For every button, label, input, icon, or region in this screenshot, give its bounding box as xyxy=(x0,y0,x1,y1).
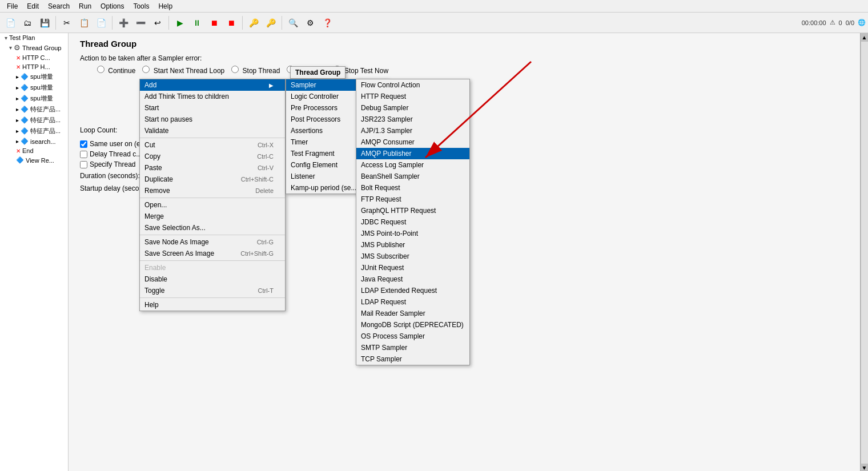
sampler-ldap-ext[interactable]: LDAP Extended Request xyxy=(356,285,469,296)
sampler-debug[interactable]: Debug Sampler xyxy=(356,102,469,114)
toolbar-open[interactable]: 🗂 xyxy=(19,15,35,31)
toolbar-undo[interactable]: ↩ xyxy=(150,15,166,31)
specify-thread-checkbox[interactable] xyxy=(80,161,87,168)
sampler-amqp-publisher[interactable]: AMQP Publisher xyxy=(356,148,469,159)
sampler-jms-subscriber[interactable]: JMS Subscriber xyxy=(356,251,469,262)
sampler-jms-p2p[interactable]: JMS Point-to-Point xyxy=(356,228,469,239)
radio-continue[interactable] xyxy=(97,66,105,73)
toolbar-add[interactable]: ➕ xyxy=(115,15,131,31)
sampler-flow-control[interactable]: Flow Control Action xyxy=(356,79,469,91)
menu-item-save-node[interactable]: Save Node As Image Ctrl-G xyxy=(140,236,285,248)
menu-item-help[interactable]: Help xyxy=(140,299,285,311)
radio-stop-thread[interactable] xyxy=(231,66,239,73)
scrollbar-down-icon[interactable]: ▼ xyxy=(862,465,867,471)
sampler-ftp-label: FTP Request xyxy=(361,195,401,203)
menu-help[interactable]: Help xyxy=(154,1,177,11)
sampler-mongodb[interactable]: MongoDB Script (DEPRECATED) xyxy=(356,319,469,331)
menu-item-remove[interactable]: Remove Delete xyxy=(140,185,285,196)
sampler-amqp-consumer[interactable]: AMQP Consumer xyxy=(356,136,469,148)
radio-start-next-label[interactable]: Start Next Thread Loop xyxy=(142,66,224,75)
toolbar-paste[interactable]: 📄 xyxy=(93,15,109,31)
sampler-beanshell[interactable]: BeanShell Sampler xyxy=(356,171,469,182)
sampler-ldap[interactable]: LDAP Request xyxy=(356,296,469,308)
sampler-tcp[interactable]: TCP Sampler xyxy=(356,353,469,365)
tree-item-spu2[interactable]: ▸ 🔷 spu增量 xyxy=(11,82,68,93)
toolbar-run[interactable]: ▶ xyxy=(172,15,188,31)
tree-item-testplan[interactable]: ▾ Test Plan xyxy=(0,33,68,42)
sampler-jms-publisher[interactable]: JMS Publisher xyxy=(356,239,469,251)
sampler-jsr223[interactable]: JSR223 Sampler xyxy=(356,114,469,125)
toolbar-stop[interactable]: ⏹ xyxy=(206,15,222,31)
tree-item-end[interactable]: ✕ End xyxy=(11,146,68,155)
toolbar-search[interactable]: 🔍 xyxy=(285,15,301,31)
sampler-graphql[interactable]: GraphQL HTTP Request xyxy=(356,205,469,216)
menu-item-toggle[interactable]: Toggle Ctrl-T xyxy=(140,285,285,296)
sampler-os-process[interactable]: OS Process Sampler xyxy=(356,331,469,342)
sampler-bolt[interactable]: Bolt Request xyxy=(356,182,469,194)
toolbar-key1[interactable]: 🔑 xyxy=(246,15,262,31)
toolbar-pause[interactable]: ⏸ xyxy=(189,15,205,31)
tree-item-threadgroup[interactable]: ▾ ⚙ Thread Group xyxy=(5,42,68,53)
menu-item-enable: Enable xyxy=(140,262,285,273)
toolbar-settings[interactable]: ⚙ xyxy=(302,15,318,31)
radio-start-next[interactable] xyxy=(142,66,150,73)
radio-stop-thread-label[interactable]: Stop Thread xyxy=(231,66,280,75)
sampler-access-log[interactable]: Access Log Sampler xyxy=(356,159,469,171)
menu-run[interactable]: Run xyxy=(74,1,96,11)
sampler-java[interactable]: Java Request xyxy=(356,273,469,285)
sampler-ftp[interactable]: FTP Request xyxy=(356,194,469,205)
sampler-mail-reader[interactable]: Mail Reader Sampler xyxy=(356,308,469,319)
menu-item-start-no-pauses[interactable]: Start no pauses xyxy=(140,114,285,125)
sampler-smtp[interactable]: SMTP Sampler xyxy=(356,342,469,353)
toolbar-remove[interactable]: ➖ xyxy=(132,15,148,31)
toolbar-help[interactable]: ❓ xyxy=(319,15,335,31)
http1-icon: ✕ xyxy=(16,55,21,61)
menu-file[interactable]: File xyxy=(2,1,22,11)
menu-item-save-screen[interactable]: Save Screen As Image Ctrl+Shift-G xyxy=(140,248,285,259)
menu-item-duplicate[interactable]: Duplicate Ctrl+Shift-C xyxy=(140,174,285,185)
sampler-jdbc[interactable]: JDBC Request xyxy=(356,216,469,228)
menu-search[interactable]: Search xyxy=(43,1,74,11)
toolbar-stop-now[interactable]: ⏹ xyxy=(223,15,239,31)
toolbar-key2[interactable]: 🔑 xyxy=(263,15,279,31)
tree-item-http2[interactable]: ✕ HTTP H... xyxy=(11,62,68,71)
menu-item-save-node-shortcut: Ctrl-G xyxy=(257,239,274,245)
menu-item-paste[interactable]: Paste Ctrl-V xyxy=(140,162,285,174)
toolbar-cut[interactable]: ✂ xyxy=(59,15,75,31)
sampler-http[interactable]: HTTP Request xyxy=(356,91,469,102)
tree-item-spu3[interactable]: ▸ 🔷 spu增量 xyxy=(11,93,68,104)
menu-item-add-think-times[interactable]: Add Think Times to children xyxy=(140,91,285,102)
tree-item-spu1[interactable]: ▸ 🔷 spu增量 xyxy=(11,71,68,82)
menu-item-start[interactable]: Start xyxy=(140,102,285,114)
menu-tools[interactable]: Tools xyxy=(128,1,154,11)
tree-item-http1[interactable]: ✕ HTTP C... xyxy=(11,53,68,62)
menu-item-copy[interactable]: Copy Ctrl-C xyxy=(140,151,285,162)
sampler-smtp-label: SMTP Sampler xyxy=(361,344,407,352)
scrollbar-up-icon[interactable]: ▲ xyxy=(862,34,867,41)
menu-item-validate[interactable]: Validate xyxy=(140,125,285,136)
sampler-ajp[interactable]: AJP/1.3 Sampler xyxy=(356,125,469,136)
menu-item-disable[interactable]: Disable xyxy=(140,273,285,285)
sampler-junit[interactable]: JUnit Request xyxy=(356,262,469,273)
toolbar-new[interactable]: 📄 xyxy=(2,15,18,31)
toolbar-save[interactable]: 💾 xyxy=(37,15,53,31)
tree-item-viewre[interactable]: 🔷 View Re... xyxy=(11,155,68,165)
menu-item-save-selection[interactable]: Save Selection As... xyxy=(140,222,285,234)
menu-item-cut[interactable]: Cut Ctrl-X xyxy=(140,139,285,151)
right-scrollbar[interactable]: ▲ ▼ xyxy=(860,33,868,471)
menu-item-merge[interactable]: Merge xyxy=(140,211,285,222)
menu-edit[interactable]: Edit xyxy=(22,1,43,11)
tree-item-feat2[interactable]: ▸ 🔷 特征产品... xyxy=(11,115,68,126)
menu-options[interactable]: Options xyxy=(96,1,128,11)
tree-item-feat3[interactable]: ▸ 🔷 特征产品... xyxy=(11,126,68,136)
same-user-checkbox[interactable] xyxy=(80,140,87,148)
radio-continue-label[interactable]: Continue xyxy=(97,66,135,75)
sampler-access-log-label: Access Log Sampler xyxy=(361,161,424,169)
toolbar-copy[interactable]: 📋 xyxy=(76,15,92,31)
tree-item-isearch[interactable]: ▸ 🔷 isearch... xyxy=(11,136,68,146)
delay-thread-checkbox[interactable] xyxy=(80,151,87,158)
tree-label-spu2: spu增量 xyxy=(30,83,53,92)
tree-item-feat1[interactable]: ▸ 🔷 特征产品... xyxy=(11,104,68,115)
menu-item-open[interactable]: Open... xyxy=(140,199,285,211)
menu-item-add[interactable]: Add ▶ xyxy=(140,79,285,91)
